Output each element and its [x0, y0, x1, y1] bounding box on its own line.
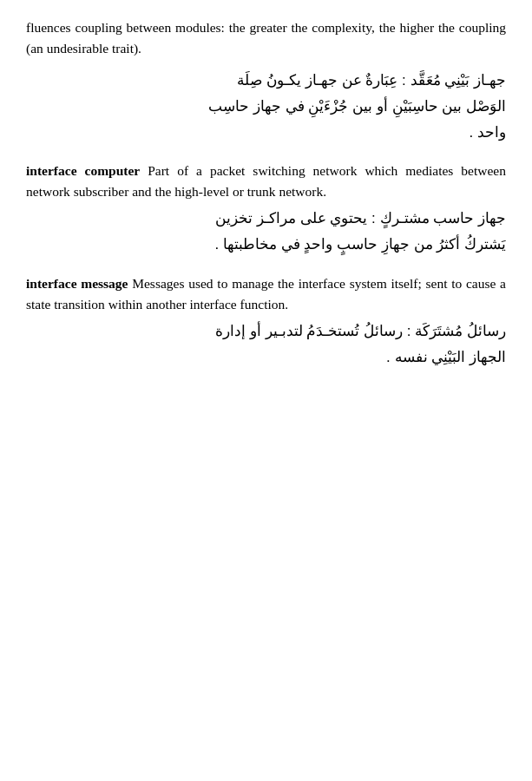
entry1-term: interface computer [26, 163, 140, 178]
arabic-entry1-line1: جهاز حاسب مشتـركٍ : يحتوي على مراكـز تخز… [26, 206, 506, 232]
entry1-block: interface computer Part of a packet swit… [26, 161, 506, 202]
arabic-entry2-block: رسائلُ مُشتَرَكَة : رسائلُ تُستخـدَمُ لت… [26, 318, 506, 371]
entry2-text: interface message Messages used to manag… [26, 273, 506, 315]
arabic-entry1-block: جهاز حاسب مشتـركٍ : يحتوي على مراكـز تخز… [26, 206, 506, 258]
intro-paragraph: fluences coupling between modules: the g… [26, 17, 506, 59]
arabic-entry2-line1: رسائلُ مُشتَرَكَة : رسائلُ تُستخـدَمُ لت… [26, 318, 506, 345]
arabic-entry1-line2: يَشتركُ أكثرُ من جهازِ حاسبٍ واحدٍ في مخ… [26, 232, 506, 258]
arabic-intro-line1: جهـاز بَيْنِي مُعَقَّد : عِبَارةٌ عن جهـ… [26, 68, 506, 94]
entry2-block: interface message Messages used to manag… [26, 273, 506, 315]
entry2-term: interface message [26, 276, 128, 291]
arabic-entry2-line2: الجهاز البَيْنِي نفسه . [26, 345, 506, 371]
arabic-intro-line2: الوَصْل بين حاسِبَيْنِ أو بين جُزْءَيْنِ… [26, 94, 506, 120]
arabic-intro-line3: واحد . [26, 120, 506, 146]
arabic-intro-block: جهـاز بَيْنِي مُعَقَّد : عِبَارةٌ عن جهـ… [26, 68, 506, 145]
entry1-text: interface computer Part of a packet swit… [26, 161, 506, 202]
